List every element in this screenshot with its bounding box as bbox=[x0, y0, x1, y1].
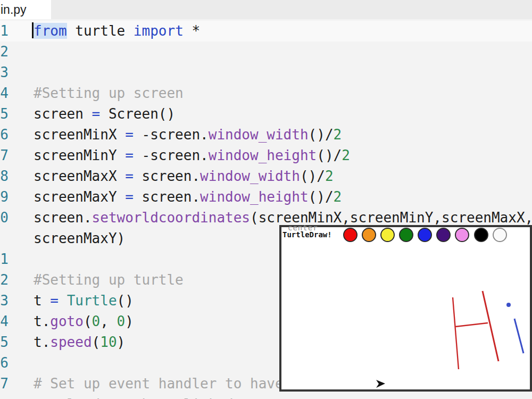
code-text: # Set up event handler to have bbox=[34, 373, 284, 394]
token-meth: setworldcoordinates bbox=[92, 210, 250, 226]
code-line-3[interactable]: 3 bbox=[0, 62, 532, 83]
line-number: 3 bbox=[0, 62, 9, 83]
code-text: #Setting up screen bbox=[34, 83, 184, 104]
token-txt bbox=[59, 293, 67, 309]
code-text: screenMinX = -screen.window_width()/2 bbox=[34, 124, 342, 145]
code-line-4[interactable]: 4#Setting up screen bbox=[0, 83, 532, 104]
token-txt: screenMaxY bbox=[34, 189, 125, 205]
token-txt: ()/ bbox=[309, 189, 334, 205]
token-num: 2 bbox=[325, 168, 334, 184]
token-cmt: #Setting up screen bbox=[34, 85, 184, 101]
line-number: 4 bbox=[0, 83, 9, 104]
code-line-8[interactable]: 8screenMaxX = screen.window_width()/2 bbox=[0, 166, 532, 187]
token-txt: t. bbox=[34, 334, 50, 350]
token-kw: = bbox=[125, 147, 134, 163]
drawn-letter-h-stroke bbox=[453, 297, 459, 369]
line-number: 14 bbox=[0, 311, 9, 332]
token-kw: import bbox=[134, 23, 184, 39]
token-meth: window_width bbox=[200, 168, 300, 184]
token-sel: from bbox=[34, 23, 67, 39]
token-txt: screen bbox=[34, 106, 92, 122]
token-kw: = bbox=[125, 168, 134, 184]
token-txt: -screen. bbox=[134, 127, 209, 143]
token-txt: t. bbox=[34, 313, 50, 329]
code-editor-screen: in.py 1from turtle import *234#Setting u… bbox=[0, 0, 532, 399]
token-txt: Screen() bbox=[100, 106, 175, 122]
code-text: screenMaxY) bbox=[34, 228, 125, 249]
line-number: 11 bbox=[0, 249, 9, 270]
token-meth: window_height bbox=[200, 189, 309, 205]
token-txt: ) bbox=[125, 313, 134, 329]
token-num: 0 bbox=[92, 313, 101, 329]
code-line-9[interactable]: 9screenMaxY = screen.window_height()/2 bbox=[0, 187, 532, 207]
line-number: 1 bbox=[0, 21, 9, 41]
code-line-6[interactable]: 6screenMinX = -screen.window_width()/2 bbox=[0, 124, 532, 145]
token-txt: screen. bbox=[134, 189, 200, 205]
line-number: 9 bbox=[0, 187, 9, 207]
token-txt: screen. bbox=[34, 210, 92, 226]
drawn-letter-h-stroke bbox=[455, 323, 488, 327]
line-number bbox=[0, 228, 9, 249]
code-text: screen = Screen() bbox=[34, 104, 175, 124]
code-line-5[interactable]: 5screen = Screen() bbox=[0, 104, 532, 124]
code-text: #Setting up turtle bbox=[34, 270, 184, 290]
tab-label: in.py bbox=[1, 3, 27, 17]
code-text: t.goto(0, 0) bbox=[34, 311, 134, 332]
line-number: 6 bbox=[0, 124, 9, 145]
token-txt: turtle bbox=[67, 23, 134, 39]
line-number: 8 bbox=[0, 166, 9, 187]
token-txt: screenMinY bbox=[34, 147, 125, 163]
token-cmt: turtle draw when clicked bbox=[34, 396, 234, 399]
token-txt: ()/ bbox=[300, 168, 325, 184]
token-txt: screenMaxY) bbox=[34, 230, 125, 246]
token-txt: -screen. bbox=[134, 147, 209, 163]
token-kw: = bbox=[125, 189, 134, 205]
line-number bbox=[0, 394, 9, 399]
token-txt: () bbox=[117, 293, 134, 309]
token-num: 2 bbox=[334, 127, 342, 143]
token-num: 2 bbox=[342, 147, 350, 163]
turtle-graphics-window: center TurtleDraw! bbox=[279, 225, 532, 392]
token-txt: t bbox=[34, 293, 50, 309]
drawn-letter-i-stroke bbox=[514, 319, 523, 353]
token-txt: screen. bbox=[134, 168, 200, 184]
line-number: 15 bbox=[0, 332, 9, 353]
token-txt: ) bbox=[117, 334, 126, 350]
token-cmt: # Set up event handler to have bbox=[34, 376, 284, 392]
code-text: screenMaxX = screen.window_width()/2 bbox=[34, 166, 334, 187]
token-meth: window_width bbox=[209, 127, 309, 143]
token-txt: screenMinX bbox=[34, 127, 125, 143]
token-num: 10 bbox=[100, 334, 117, 350]
token-txt: ( bbox=[92, 334, 101, 350]
token-num: 2 bbox=[334, 189, 342, 205]
code-text: from turtle import * bbox=[34, 21, 200, 41]
tab-main-py[interactable]: in.py bbox=[0, 0, 51, 19]
tab-bar: in.py bbox=[0, 0, 532, 19]
token-meth: speed bbox=[50, 334, 92, 350]
line-number: 16 bbox=[0, 353, 9, 373]
line-number: 13 bbox=[0, 290, 9, 311]
token-kw: = bbox=[92, 106, 101, 122]
code-text: t.speed(10) bbox=[34, 332, 125, 353]
turtle-canvas[interactable] bbox=[281, 227, 530, 389]
line-number: 2 bbox=[0, 41, 9, 62]
code-text: turtle draw when clicked bbox=[34, 394, 234, 399]
token-txt: screenMaxX bbox=[34, 168, 125, 184]
code-line-1[interactable]: 1from turtle import * bbox=[0, 21, 532, 41]
line-number: 17 bbox=[0, 373, 9, 394]
token-txt: , bbox=[100, 313, 117, 329]
line-number: 12 bbox=[0, 270, 9, 290]
line-number: 5 bbox=[0, 104, 9, 124]
code-text: t = Turtle() bbox=[34, 290, 134, 311]
turtle-cursor-icon bbox=[376, 380, 385, 388]
code-line-7[interactable]: 7screenMinY = -screen.window_height()/2 bbox=[0, 145, 532, 166]
code-line-2[interactable]: 2 bbox=[0, 41, 532, 62]
token-kw: = bbox=[50, 293, 59, 309]
code-line-wrap[interactable]: turtle draw when clicked bbox=[0, 394, 532, 399]
code-text: screenMinY = -screen.window_height()/2 bbox=[34, 145, 350, 166]
token-txt: ()/ bbox=[309, 127, 334, 143]
drawn-letter-h-stroke bbox=[483, 291, 498, 361]
token-meth: window_height bbox=[209, 147, 317, 163]
token-cls: Turtle bbox=[67, 293, 117, 309]
token-txt: ( bbox=[84, 313, 92, 329]
